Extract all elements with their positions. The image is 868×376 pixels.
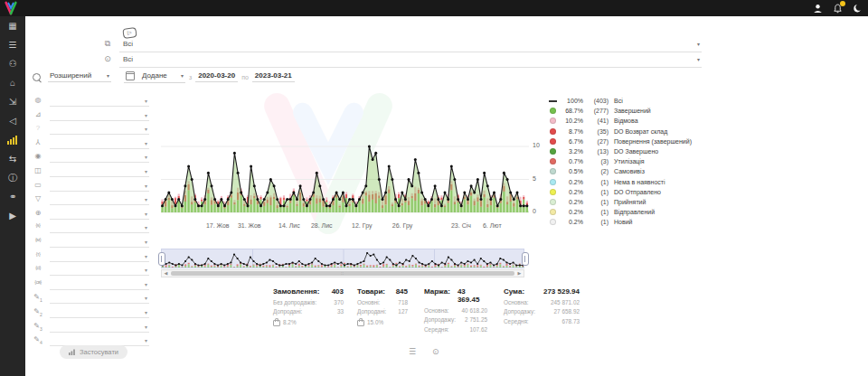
- country-filter-icon: ◍: [32, 96, 44, 104]
- chevron-down-icon[interactable]: ▾: [145, 281, 147, 287]
- chevron-down-icon[interactable]: ▾: [145, 324, 147, 330]
- token-c1-filter-input[interactable]: [50, 264, 149, 276]
- sidebar-item-partners[interactable]: ⚭: [0, 187, 25, 206]
- stat-sub-label: Допродажу:: [424, 316, 456, 323]
- custom-field-3-filter-input[interactable]: [50, 321, 149, 333]
- legend-percent: 8.7%: [556, 128, 583, 135]
- chevron-down-icon[interactable]: ▾: [145, 295, 147, 301]
- help-filter-icon: ?: [32, 124, 44, 132]
- product-filter-input[interactable]: [50, 165, 149, 177]
- legend-item[interactable]: 8.7%(35)DO Возврат склад: [550, 127, 711, 136]
- legend-swatch: [550, 199, 556, 205]
- chevron-down-icon[interactable]: ▾: [145, 154, 147, 160]
- navigator-right-handle[interactable]: [522, 252, 529, 266]
- token-s-filter-input[interactable]: [50, 221, 149, 233]
- app-logo[interactable]: [4, 1, 18, 15]
- stat-sub-label: Основна:: [504, 299, 529, 306]
- chevron-down-icon[interactable]: ▾: [145, 168, 147, 174]
- product-filter-value[interactable]: Всі: [123, 55, 133, 63]
- chevron-down-icon[interactable]: ▾: [145, 239, 147, 245]
- user-icon[interactable]: [812, 3, 823, 14]
- notifications-bell-icon[interactable]: [832, 3, 843, 14]
- legend-item[interactable]: 100%(403)Всі: [550, 96, 711, 106]
- level-filter-input[interactable]: [50, 109, 149, 121]
- chevron-down-icon[interactable]: ▾: [145, 112, 147, 118]
- sidebar-item-orders[interactable]: ☰: [0, 35, 25, 54]
- chevron-down-icon: ▾: [107, 72, 109, 79]
- sidebar-item-shipping[interactable]: ⇲: [0, 92, 25, 111]
- theme-moon-icon[interactable]: [852, 3, 863, 14]
- chevron-down-icon[interactable]: ▾: [145, 211, 147, 217]
- chevron-down-icon[interactable]: ▾: [145, 140, 147, 146]
- legend-item[interactable]: 68.7%(277)Завершений: [550, 106, 711, 116]
- scroll-right-arrow[interactable]: ▶: [515, 270, 524, 277]
- search-mode-select[interactable]: Розширений▾: [48, 71, 111, 82]
- legend-item[interactable]: 0.5%(2)Самовивіз: [550, 166, 711, 176]
- legend-item[interactable]: 3.2%(13)DO Завершено: [550, 146, 711, 156]
- app-root: ▦☰⚇⌂⇲◁⇆ⓘ⚭▶ ▷ ⧉ Всі ▾ ⊙ Всі ▾ Розширений▾: [0, 0, 868, 376]
- topbar: [0, 0, 868, 16]
- legend-label: DO Отправлено: [614, 189, 661, 195]
- legend-item[interactable]: 10.2%(41)Відмова: [550, 116, 711, 126]
- chevron-down-icon[interactable]: ▾: [145, 183, 147, 189]
- report-products-icon[interactable]: ⊙: [432, 347, 439, 356]
- country-filter-input[interactable]: [50, 95, 149, 107]
- topbar-actions: [812, 0, 863, 16]
- stat-badge-value: 8.2%: [283, 319, 297, 325]
- token-m-filter-input[interactable]: [50, 236, 149, 248]
- custom-field-2-filter-input[interactable]: [50, 306, 149, 318]
- chevron-down-icon[interactable]: ▾: [145, 267, 147, 273]
- date-field-value: Додане: [142, 71, 167, 80]
- date-field-select[interactable]: Додане ▾: [124, 71, 185, 83]
- navigator-left-handle[interactable]: [158, 252, 165, 266]
- legend-item[interactable]: 0.2%(1)Новий: [550, 217, 711, 227]
- sidebar-item-customers[interactable]: ⚇: [0, 54, 25, 73]
- sidebar-item-settings[interactable]: ⇆: [0, 149, 25, 168]
- token-t-filter-input[interactable]: [50, 250, 149, 262]
- payment-filter-input[interactable]: [50, 180, 149, 192]
- date-from-input[interactable]: 2020-03-20: [195, 71, 238, 82]
- token-c2-filter-input[interactable]: [50, 278, 149, 290]
- legend-item[interactable]: 0.2%(1)DO Отправлено: [550, 187, 711, 197]
- legend-item[interactable]: 0.2%(1)Нема в наявності: [550, 177, 711, 187]
- sidebar-item-tutorials[interactable]: ▶: [0, 206, 25, 225]
- funnel-filter-input[interactable]: [50, 193, 149, 205]
- sidebar-item-dashboard[interactable]: ▦: [0, 16, 25, 35]
- chevron-down-icon: ▾: [181, 72, 184, 79]
- chevron-down-icon[interactable]: ▾: [145, 196, 147, 202]
- legend-count: (1): [583, 209, 609, 215]
- status-filter-input[interactable]: [119, 38, 702, 52]
- chevron-down-icon[interactable]: ▾: [697, 56, 700, 62]
- legend-swatch: [550, 148, 556, 155]
- chevron-down-icon[interactable]: ▾: [145, 224, 147, 230]
- sidebar-item-marketing[interactable]: ◁: [0, 111, 25, 130]
- help-filter-input[interactable]: [50, 123, 149, 135]
- product-filter-input[interactable]: [119, 53, 702, 68]
- chevron-down-icon[interactable]: ▾: [145, 337, 147, 343]
- legend-item[interactable]: 0.2%(1)Відправлений: [550, 207, 711, 217]
- date-to-input[interactable]: 2023-03-21: [252, 71, 295, 82]
- chevron-down-icon[interactable]: ▾: [697, 41, 700, 47]
- legend-item[interactable]: 6.7%(27)Повернення (завершений): [550, 136, 711, 146]
- legend-item[interactable]: 0.2%(1)Прийнятий: [550, 197, 711, 207]
- sidebar-item-analytics[interactable]: [0, 130, 25, 149]
- custom-field-1-filter-input[interactable]: [50, 292, 149, 304]
- scrollbar-thumb[interactable]: ∷: [171, 271, 514, 276]
- scroll-left-arrow[interactable]: ◀: [162, 270, 170, 277]
- chevron-down-icon[interactable]: ▾: [145, 253, 147, 259]
- chart-legend: 100%(403)Всі68.7%(277)Завершений10.2%(41…: [550, 96, 711, 227]
- structure-filter-input[interactable]: [50, 137, 149, 149]
- apply-button[interactable]: Застосувати: [60, 345, 127, 359]
- user-filter-input[interactable]: [50, 151, 149, 163]
- legend-percent: 0.2%: [556, 209, 583, 215]
- web-filter-input[interactable]: [50, 208, 149, 220]
- sidebar-item-store[interactable]: ⌂: [0, 73, 25, 92]
- report-list-icon[interactable]: ☰: [409, 347, 416, 356]
- chevron-down-icon[interactable]: ▾: [145, 98, 147, 104]
- chart-range-navigator[interactable]: [161, 249, 524, 268]
- sidebar-item-info[interactable]: ⓘ: [0, 168, 25, 187]
- chevron-down-icon[interactable]: ▾: [145, 126, 147, 132]
- legend-item[interactable]: 0.7%(3)Утилізація: [550, 156, 711, 166]
- chevron-down-icon[interactable]: ▾: [145, 309, 147, 315]
- status-filter-value[interactable]: Всі: [123, 40, 133, 48]
